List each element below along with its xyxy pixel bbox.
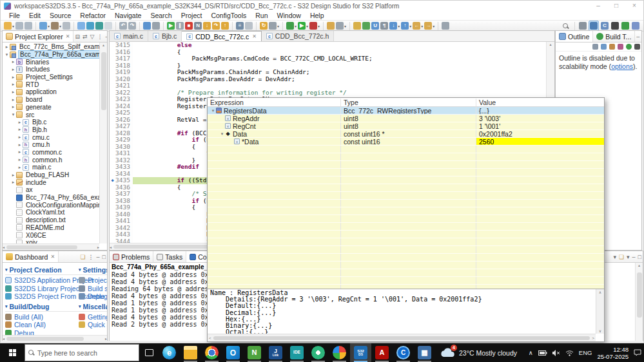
tree-item[interactable]: ▸bBinaries	[3, 58, 99, 66]
dashboard-link-debug-settings[interactable]: Debug	[79, 292, 107, 301]
expression-row[interactable]: x*Dataconst uint162560	[208, 138, 604, 146]
column-value[interactable]: Value	[476, 99, 604, 106]
chevron-collapsed-icon[interactable]: ▸	[17, 165, 23, 170]
forward-button[interactable]: →▾	[424, 22, 434, 30]
dashboard-link-debug[interactable]: Debug	[5, 329, 84, 336]
build-active-button[interactable]	[86, 22, 94, 30]
tree-item[interactable]: ▸iIncludes	[3, 66, 99, 73]
expression-row[interactable]: ▾RegistersDataBcc_772c_RWRegistersType{.…	[208, 107, 604, 115]
volume-muted-icon[interactable]	[552, 350, 560, 356]
menu-window[interactable]: Window	[273, 12, 306, 19]
save-all-button[interactable]	[24, 22, 32, 30]
tree-item[interactable]: README.md	[3, 224, 99, 232]
dropdown-caret-icon[interactable]: ▾	[433, 24, 434, 28]
tree-item[interactable]: ax	[3, 186, 99, 194]
open-element-button[interactable]	[104, 22, 112, 30]
dropdown-caret-icon[interactable]: ▾	[409, 24, 411, 28]
tree-item[interactable]: Bcc_774a_Phy_665a_example_S32K3	[3, 194, 99, 202]
taskbar-search[interactable]: Type here to search	[24, 344, 139, 361]
step-into-button[interactable]: ↓	[203, 22, 211, 30]
column-type[interactable]: Type	[340, 99, 476, 106]
open-perspective-button[interactable]	[578, 21, 587, 30]
next-annotation-button[interactable]: ↓▾	[389, 22, 400, 30]
tree-item[interactable]: ▸cBjb.c	[3, 119, 99, 126]
tree-item[interactable]: ▸hcmu.h	[3, 141, 99, 149]
tree-item[interactable]: ▸Bcc_772c_Bms_Spilf_example_S32K344	[3, 43, 99, 51]
tab-dashboard[interactable]: Dashboard ✕	[3, 251, 59, 262]
tree-item[interactable]: ▸include	[3, 178, 99, 186]
dropdown-caret-icon[interactable]: ▾	[306, 24, 308, 28]
menu-configtools[interactable]: ConfigTools	[206, 12, 251, 19]
tree-item[interactable]: ▸application	[3, 88, 99, 96]
menu-navigate[interactable]: Navigate	[110, 12, 146, 19]
menu-source[interactable]: Source	[45, 12, 75, 19]
terminate-button[interactable]: ■	[185, 22, 193, 30]
skip-breakpoints-button[interactable]: ▾	[39, 22, 50, 30]
chevron-collapsed-icon[interactable]: ▸	[10, 104, 16, 110]
chevron-expanded-icon[interactable]: ▾	[10, 112, 16, 117]
tree-item[interactable]: ▸cmain.c	[3, 164, 99, 171]
open-console-icon[interactable]: ❏	[619, 254, 624, 260]
chevron-expanded-icon[interactable]: ▾	[210, 108, 216, 113]
unit-test-button[interactable]: U	[371, 22, 379, 30]
weather-widget[interactable]: 4 23°C Mostly cloudy	[439, 347, 517, 359]
maximize-view-icon[interactable]: □	[638, 254, 641, 260]
dropdown-caret-icon[interactable]: ▾	[318, 24, 320, 28]
editor-tab-cdd_bcc_772c.c[interactable]: cCDD_Bcc_772c.c✕	[182, 31, 262, 41]
step-return-button[interactable]: ↑	[221, 22, 229, 30]
launch-config-button[interactable]: ▾	[336, 22, 346, 30]
menu-file[interactable]: File	[5, 12, 24, 19]
redo-button[interactable]: ↷	[128, 22, 136, 30]
copilot-taskbar-button[interactable]: C	[393, 343, 414, 362]
chevron-expanded-icon[interactable]: ▾	[4, 52, 10, 57]
tab-outline[interactable]: Outline	[556, 31, 593, 42]
minimize-view-icon[interactable]: –	[636, 33, 639, 40]
dashboard-link-clean[interactable]: Clean (All)	[5, 321, 84, 329]
dashboard-section-miscellaneous[interactable]: ▾Miscellaneous	[79, 303, 107, 312]
link-editor-icon[interactable]: ⇄	[83, 33, 88, 40]
project-tree-horizontal-scrollbar[interactable]: ◂▸	[3, 243, 99, 250]
close-button[interactable]: ×	[625, 1, 643, 11]
debug-console-button[interactable]	[143, 22, 151, 30]
chevron-collapsed-icon[interactable]: ▸	[10, 67, 16, 72]
tree-item[interactable]: ▸RTD	[3, 81, 99, 88]
dropdown-caret-icon[interactable]: ▾	[344, 24, 346, 28]
close-icon[interactable]: ✕	[50, 254, 55, 260]
tab-project-explorer[interactable]: Project Explorer ✕	[3, 31, 73, 42]
filter-icon[interactable]: ▽	[90, 33, 95, 40]
tree-item[interactable]: ▸Project_Settings	[3, 73, 99, 81]
coverage-button[interactable]: ▾	[309, 22, 320, 30]
minimize-view-icon[interactable]: –	[632, 254, 636, 260]
dashboard-section-settings[interactable]: ▾Settings	[79, 266, 107, 275]
column-expression[interactable]: Expression	[208, 99, 340, 106]
console-vertical-scrollbar[interactable]: ▴	[635, 263, 643, 341]
tree-item[interactable]: xoiv	[3, 239, 99, 243]
select-pointer-button[interactable]	[152, 22, 160, 30]
dropdown-caret-icon[interactable]: ▾	[12, 24, 14, 28]
tree-item[interactable]: ▸hBjb.h	[3, 126, 99, 134]
console-dropdown-icon[interactable]: ▾	[613, 254, 616, 260]
dropdown-caret-icon[interactable]: ▾	[398, 24, 400, 28]
edge-taskbar-button[interactable]: e	[159, 343, 180, 362]
detail-vertical-scrollbar[interactable]: ∧∨	[596, 289, 604, 334]
chevron-collapsed-icon[interactable]: ▸	[17, 135, 23, 140]
tree-item[interactable]: ▾Bcc_774a_Phy_665a_example_S32K344	[3, 51, 99, 59]
jlink-taskbar-button[interactable]: JLink	[265, 343, 286, 362]
step-over-button[interactable]: ↷	[212, 22, 220, 30]
settings-perspective-button[interactable]	[631, 21, 640, 30]
chevron-collapsed-icon[interactable]: ▸	[10, 173, 16, 178]
annotate-button[interactable]	[353, 22, 361, 30]
debug-perspective-button[interactable]	[589, 21, 599, 31]
tray-chevron-icon[interactable]: ∧	[529, 349, 533, 356]
chevron-collapsed-icon[interactable]: ▸	[17, 142, 23, 148]
dashboard-link-hammer[interactable]: Build (All)	[5, 313, 84, 321]
tree-item[interactable]: ▾src	[3, 111, 99, 119]
editor-tab-bjb.c[interactable]: cBjb.c	[148, 31, 182, 41]
editor-tab-cdd_bcc_772c.h[interactable]: cCDD_Bcc_772c.h	[262, 31, 334, 41]
new-button[interactable]: ▾	[4, 22, 14, 30]
dashboard-section-build-debug[interactable]: ▾Build/Debug	[5, 303, 84, 312]
battery-icon[interactable]	[538, 350, 547, 356]
search-icon[interactable]	[562, 23, 569, 30]
open-dashboard-icon[interactable]: ❏	[80, 254, 85, 260]
ide-taskbar-button[interactable]: IDE	[286, 343, 307, 362]
